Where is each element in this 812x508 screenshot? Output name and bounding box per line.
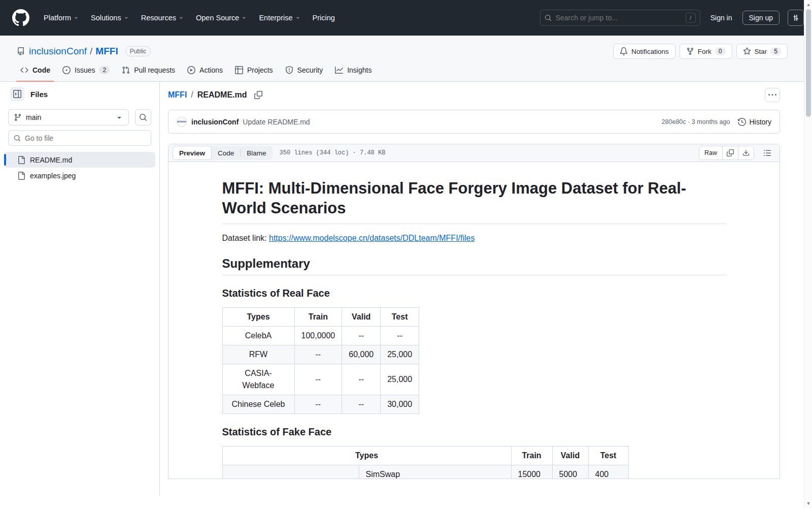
repo-name-link[interactable]: MFFI <box>95 46 118 57</box>
bell-icon <box>620 47 628 55</box>
column-header: Test <box>381 307 419 326</box>
table-row: Chinese Celeb -- -- 30,000 <box>222 395 419 414</box>
column-header: Train <box>294 307 342 326</box>
issues-count: 2 <box>99 66 110 74</box>
sign-up-button[interactable]: Sign up <box>742 11 780 25</box>
git-branch-icon <box>14 113 22 121</box>
breadcrumb: MFFI / README.md <box>168 90 262 100</box>
table-header-row: Types Train Valid Test <box>222 446 628 465</box>
repo-header: inclusionConf / MFFI Public Notification… <box>0 36 812 82</box>
tab-security[interactable]: Security <box>281 66 327 81</box>
cell-train: -- <box>294 395 342 414</box>
collapse-sidebar-button[interactable] <box>10 87 24 101</box>
nav-label: Solutions <box>91 14 121 22</box>
go-to-file-input[interactable] <box>25 134 146 142</box>
search-shortcut-key: / <box>686 13 696 23</box>
supplementary-heading: Supplementary <box>222 257 726 275</box>
cell-category <box>222 465 359 479</box>
history-button[interactable]: History <box>738 118 771 126</box>
breadcrumb-repo-link[interactable]: MFFI <box>168 90 187 100</box>
sign-in-link[interactable]: Sign in <box>706 11 736 25</box>
tab-code-view[interactable]: Code <box>212 146 240 160</box>
header-right: / Sign in Sign up <box>540 10 804 26</box>
commit-message-link[interactable]: Update README.md <box>243 118 310 126</box>
dataset-link-label: Dataset link: <box>222 234 267 242</box>
tab-insights[interactable]: Insights <box>331 66 376 81</box>
cell-method: SimSwap <box>359 465 511 479</box>
file-tree-item-examples[interactable]: examples.jpeg <box>4 168 155 183</box>
go-to-file-box[interactable] <box>8 130 151 146</box>
search-icon <box>545 14 552 21</box>
search-icon <box>14 135 21 142</box>
nav-item-platform[interactable]: Platform <box>39 10 84 26</box>
commit-author-link[interactable]: inclusionConf <box>191 118 239 126</box>
appearance-settings-button[interactable] <box>788 10 804 26</box>
search-input[interactable] <box>556 14 682 22</box>
nav-item-solutions[interactable]: Solutions <box>86 10 134 26</box>
download-button[interactable] <box>738 146 754 160</box>
table-header-row: Types Train Valid Test <box>222 307 419 326</box>
nav-item-enterprise[interactable]: Enterprise <box>254 10 305 26</box>
file-tree-item-readme[interactable]: README.md <box>4 152 155 168</box>
more-options-button[interactable] <box>765 88 780 102</box>
tab-label: Pull requests <box>134 66 175 74</box>
dataset-link-paragraph: Dataset link: https://www.modelscope.cn/… <box>222 232 726 244</box>
table-icon <box>235 66 243 74</box>
chevron-down-icon <box>242 15 247 20</box>
cell-test: 400 <box>588 465 628 479</box>
pull-request-icon <box>122 66 130 74</box>
file-meta-info: 350 lines (344 loc) · 7.48 KB <box>280 149 386 156</box>
code-icon <box>20 66 28 74</box>
sliders-icon <box>792 14 800 22</box>
fake-face-heading: Statistics of Fake Face <box>222 426 726 438</box>
tab-code[interactable]: Code <box>16 66 54 81</box>
tab-issues[interactable]: Issues 2 <box>58 66 114 81</box>
raw-button[interactable]: Raw <box>699 146 723 160</box>
file-name: README.md <box>30 156 72 164</box>
tab-label: Actions <box>199 66 223 74</box>
nav-item-pricing[interactable]: Pricing <box>308 10 340 26</box>
repo-owner-link[interactable]: inclusionConf <box>29 46 87 57</box>
history-label: History <box>749 118 771 126</box>
branch-selector[interactable]: main <box>8 109 129 125</box>
commit-hash-and-time[interactable]: 280e80c · 3 months ago <box>662 118 730 125</box>
outline-button[interactable] <box>759 146 775 160</box>
tab-pull-requests[interactable]: Pull requests <box>118 66 179 81</box>
cell-train: -- <box>294 364 342 395</box>
global-search-box[interactable]: / <box>540 10 700 26</box>
github-logo-icon[interactable] <box>12 9 29 26</box>
tab-actions[interactable]: Actions <box>183 66 227 81</box>
scrollbar-thumb[interactable] <box>806 9 811 117</box>
scrollbar-up-arrow[interactable]: ▲ <box>804 2 812 7</box>
copy-path-icon[interactable] <box>254 91 262 99</box>
tab-blame[interactable]: Blame <box>241 146 272 160</box>
repo-tab-nav: Code Issues 2 Pull requests Actions Proj… <box>8 66 804 81</box>
tab-preview[interactable]: Preview <box>173 146 212 160</box>
commit-hash[interactable]: 280e80c <box>662 118 686 125</box>
nav-item-resources[interactable]: Resources <box>136 10 189 26</box>
table-row: CelebA 100,0000 -- -- <box>222 326 419 345</box>
nav-label: Pricing <box>313 14 335 22</box>
nav-item-open-source[interactable]: Open Source <box>191 10 252 26</box>
breadcrumb-file-name: README.md <box>197 90 247 100</box>
column-header: Test <box>588 446 628 465</box>
tab-projects[interactable]: Projects <box>231 66 277 81</box>
repo-title: inclusionConf / MFFI Public <box>29 46 151 57</box>
dataset-link[interactable]: https://www.modelscope.cn/datasets/DDLte… <box>269 234 475 242</box>
main-panel: MFFI / README.md inclusion inclusionConf… <box>160 82 812 496</box>
star-button[interactable]: Star 5 <box>736 44 788 59</box>
tab-label: Issues <box>75 66 95 74</box>
scrollbar-down-arrow[interactable]: ▼ <box>804 501 812 506</box>
nav-label: Open Source <box>196 14 239 22</box>
search-this-repo-button[interactable] <box>135 109 151 125</box>
fork-button[interactable]: Fork 0 <box>680 44 732 59</box>
star-count: 5 <box>770 47 781 55</box>
nav-label: Enterprise <box>259 14 292 22</box>
repo-actions: Notifications Fork 0 Star 5 <box>613 44 804 59</box>
page-scrollbar[interactable]: ▲ ▼ <box>804 0 812 508</box>
avatar[interactable]: inclusion <box>177 117 187 127</box>
copy-file-button[interactable] <box>722 146 738 160</box>
notifications-button[interactable]: Notifications <box>613 44 675 59</box>
star-icon <box>743 47 751 55</box>
column-header: Types <box>222 307 294 326</box>
